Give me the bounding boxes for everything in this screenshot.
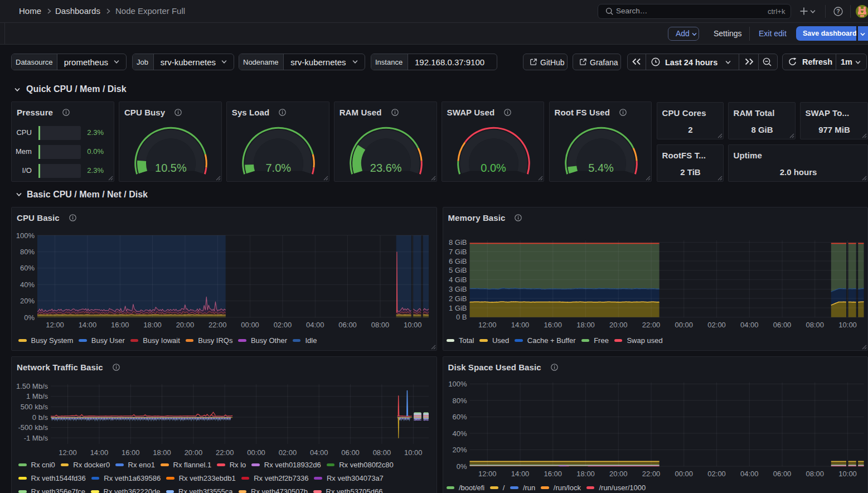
svg-text:10:00: 10:00 bbox=[404, 448, 423, 457]
svg-text:04:00: 04:00 bbox=[306, 321, 324, 329]
svg-text:06:00: 06:00 bbox=[773, 321, 791, 329]
svg-text:20%: 20% bbox=[452, 446, 467, 454]
svg-text:6 GiB: 6 GiB bbox=[448, 257, 467, 265]
svg-text:02:00: 02:00 bbox=[279, 448, 297, 457]
svg-text:12:00: 12:00 bbox=[46, 321, 64, 329]
svg-text:14:00: 14:00 bbox=[511, 321, 529, 329]
svg-text:12:00: 12:00 bbox=[59, 448, 77, 457]
svg-text:80%: 80% bbox=[452, 397, 467, 405]
svg-text:5 GiB: 5 GiB bbox=[448, 266, 467, 274]
svg-text:08:00: 08:00 bbox=[371, 321, 390, 329]
svg-text:00:00: 00:00 bbox=[675, 321, 693, 329]
svg-text:10:00: 10:00 bbox=[404, 321, 422, 329]
svg-text:-500 kb/s: -500 kb/s bbox=[18, 423, 49, 432]
svg-text:0%: 0% bbox=[24, 313, 35, 322]
svg-text:14:00: 14:00 bbox=[79, 321, 97, 329]
svg-text:60%: 60% bbox=[20, 264, 35, 272]
svg-text:10:00: 10:00 bbox=[838, 470, 857, 478]
svg-text:60%: 60% bbox=[452, 413, 467, 421]
svg-text:1 Mb/s: 1 Mb/s bbox=[26, 392, 49, 400]
svg-text:100%: 100% bbox=[16, 231, 35, 240]
svg-text:00:00: 00:00 bbox=[675, 470, 693, 478]
svg-text:40%: 40% bbox=[20, 281, 35, 289]
svg-text:0%: 0% bbox=[456, 462, 467, 471]
svg-text:20:00: 20:00 bbox=[609, 321, 628, 329]
svg-text:16:00: 16:00 bbox=[544, 321, 562, 329]
svg-text:3 GiB: 3 GiB bbox=[448, 285, 467, 293]
svg-text:10:00: 10:00 bbox=[838, 321, 857, 329]
svg-text:04:00: 04:00 bbox=[740, 321, 759, 329]
svg-text:16:00: 16:00 bbox=[122, 448, 140, 457]
svg-text:06:00: 06:00 bbox=[338, 321, 357, 329]
svg-text:18:00: 18:00 bbox=[153, 448, 171, 457]
svg-text:14:00: 14:00 bbox=[90, 448, 109, 457]
svg-text:12:00: 12:00 bbox=[478, 470, 497, 478]
svg-text:04:00: 04:00 bbox=[740, 470, 759, 478]
svg-text:20%: 20% bbox=[20, 297, 35, 305]
svg-text:4 GiB: 4 GiB bbox=[448, 276, 467, 284]
svg-text:100%: 100% bbox=[448, 380, 467, 388]
svg-text:22:00: 22:00 bbox=[642, 321, 660, 329]
svg-text:0 b/s: 0 b/s bbox=[32, 413, 49, 422]
svg-text:02:00: 02:00 bbox=[274, 321, 292, 329]
svg-text:500 kb/s: 500 kb/s bbox=[21, 403, 49, 411]
svg-text:12:00: 12:00 bbox=[478, 321, 497, 329]
svg-text:18:00: 18:00 bbox=[143, 321, 162, 329]
svg-text:16:00: 16:00 bbox=[544, 470, 562, 478]
svg-text:40%: 40% bbox=[452, 429, 467, 438]
svg-text:02:00: 02:00 bbox=[707, 470, 726, 478]
svg-text:00:00: 00:00 bbox=[241, 321, 259, 329]
svg-text:1.50 Mb/s: 1.50 Mb/s bbox=[16, 382, 49, 390]
svg-text:22:00: 22:00 bbox=[208, 321, 227, 329]
svg-text:?: ? bbox=[836, 8, 840, 14]
svg-text:18:00: 18:00 bbox=[576, 321, 595, 329]
svg-text:22:00: 22:00 bbox=[216, 448, 234, 457]
svg-text:16:00: 16:00 bbox=[111, 321, 129, 329]
svg-text:00:00: 00:00 bbox=[247, 448, 265, 457]
svg-text:8 GiB: 8 GiB bbox=[448, 238, 467, 246]
svg-text:14:00: 14:00 bbox=[511, 470, 529, 478]
svg-text:80%: 80% bbox=[20, 248, 35, 256]
svg-text:04:00: 04:00 bbox=[310, 448, 328, 457]
svg-text:-1 Mb/s: -1 Mb/s bbox=[24, 434, 49, 442]
svg-text:20:00: 20:00 bbox=[176, 321, 195, 329]
svg-text:06:00: 06:00 bbox=[773, 470, 791, 478]
svg-text:18:00: 18:00 bbox=[576, 470, 595, 478]
svg-text:1 GiB: 1 GiB bbox=[448, 304, 467, 312]
svg-text:20:00: 20:00 bbox=[185, 448, 203, 457]
svg-text:20:00: 20:00 bbox=[609, 470, 628, 478]
svg-text:08:00: 08:00 bbox=[806, 470, 824, 478]
svg-text:2 GiB: 2 GiB bbox=[448, 294, 467, 303]
svg-text:22:00: 22:00 bbox=[642, 470, 660, 478]
svg-text:02:00: 02:00 bbox=[707, 321, 726, 329]
svg-text:08:00: 08:00 bbox=[373, 448, 391, 457]
svg-text:0 B: 0 B bbox=[455, 313, 467, 321]
svg-text:08:00: 08:00 bbox=[806, 321, 824, 329]
svg-text:7 GiB: 7 GiB bbox=[448, 248, 467, 256]
svg-text:06:00: 06:00 bbox=[341, 448, 360, 457]
